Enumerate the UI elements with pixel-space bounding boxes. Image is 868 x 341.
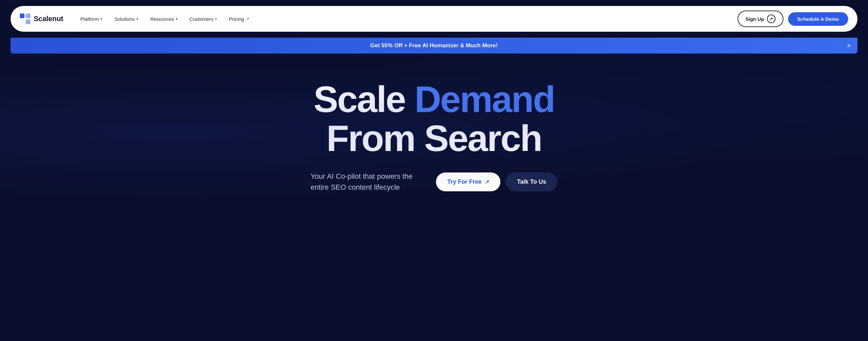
- talk-to-us-button[interactable]: Talk To Us: [506, 173, 557, 191]
- navbar: Scalenut Platform ▾ Solutions ▾ Resource…: [10, 6, 858, 32]
- svg-rect-1: [26, 13, 30, 18]
- svg-rect-0: [20, 13, 25, 18]
- signup-button[interactable]: Sign Up ↗: [738, 10, 783, 27]
- nav-actions: Sign Up ↗ Schedule A Demo: [738, 10, 848, 27]
- chevron-down-icon: ▾: [136, 17, 138, 21]
- chevron-down-icon: ▾: [176, 17, 178, 21]
- arrow-icon: ↗: [767, 14, 776, 23]
- chevron-down-icon: ▾: [100, 17, 102, 21]
- nav-customers[interactable]: Customers ▾: [184, 13, 223, 25]
- promo-banner: Get 55% Off + Free AI Humanizer & Much M…: [10, 38, 858, 54]
- nav-pricing[interactable]: Pricing ↗: [224, 13, 255, 25]
- hero-subtitle: Your AI Co-pilot that powers the entire …: [310, 171, 416, 193]
- hero-bottom: Your AI Co-pilot that powers the entire …: [310, 171, 557, 193]
- demo-button[interactable]: Schedule A Demo: [788, 12, 848, 26]
- nav-resources[interactable]: Resources ▾: [145, 13, 183, 25]
- nav-links: Platform ▾ Solutions ▾ Resources ▾ Custo…: [75, 13, 738, 25]
- hero-title-demand: Demand: [414, 79, 555, 120]
- hero-title: Scale Demand From Search: [313, 80, 555, 158]
- hero-section: Scale Demand From Search Your AI Co-pilo…: [0, 54, 868, 213]
- hero-ctas: Try For Free ↗ Talk To Us: [436, 173, 557, 191]
- try-free-button[interactable]: Try For Free ↗: [436, 173, 500, 191]
- logo-icon: [20, 13, 30, 24]
- hero-title-scale: Scale: [313, 79, 414, 120]
- external-link-icon: ↗: [246, 17, 249, 22]
- banner-text: Get 55% Off + Free AI Humanizer & Much M…: [370, 42, 498, 49]
- svg-rect-2: [26, 20, 30, 24]
- banner-close-button[interactable]: ×: [847, 42, 851, 49]
- arrow-icon: ↗: [485, 179, 489, 185]
- logo-text: Scalenut: [34, 14, 63, 23]
- nav-platform[interactable]: Platform ▾: [75, 13, 108, 25]
- hero-title-from-search: From Search: [326, 118, 542, 159]
- chevron-down-icon: ▾: [215, 17, 217, 21]
- logo[interactable]: Scalenut: [20, 13, 63, 24]
- nav-solutions[interactable]: Solutions ▾: [109, 13, 144, 25]
